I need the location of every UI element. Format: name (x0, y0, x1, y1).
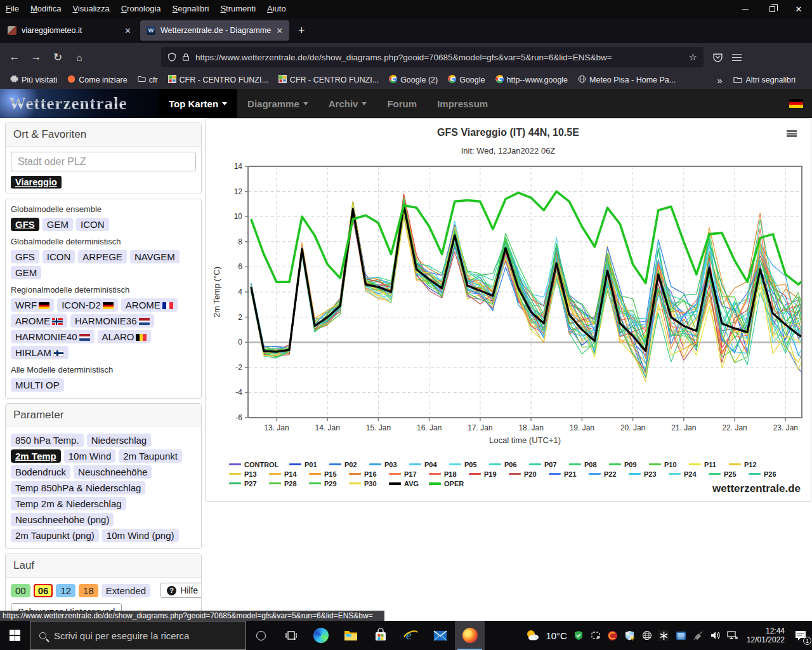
city-search-input[interactable] (11, 152, 196, 171)
other-bookmarks-folder[interactable]: Altri segnalibri (728, 76, 801, 84)
parameter-button-10m-wind-png-[interactable]: 10m Wind (png) (102, 529, 179, 542)
model-button-gem[interactable]: GEM (43, 218, 73, 231)
tray-temperature[interactable]: 10°C (546, 630, 567, 641)
legend-item-p27[interactable]: P27 (229, 479, 269, 488)
cortana-button[interactable] (246, 621, 276, 650)
bookmark-item[interactable]: http--www.google (490, 75, 573, 85)
menu-cronologia[interactable]: Cronologia (115, 0, 167, 18)
legend-item-p26[interactable]: P26 (749, 469, 789, 479)
legend-item-p22[interactable]: P22 (589, 469, 629, 479)
network-status-icon[interactable] (727, 630, 738, 641)
edge-button[interactable] (306, 621, 336, 650)
minimize-button[interactable] (732, 0, 759, 18)
menu-aiuto[interactable]: Aiuto (261, 0, 292, 18)
model-button-hirlam[interactable]: HIRLAM (11, 346, 69, 359)
menu-visualizza[interactable]: Visualizza (67, 0, 115, 18)
model-button-arpege[interactable]: ARPEGE (78, 250, 127, 263)
firefox-button[interactable] (455, 621, 485, 650)
ccleaner-icon[interactable] (607, 630, 619, 641)
url-text[interactable]: https://www.wetterzentrale.de/de/show_di… (195, 53, 684, 62)
url-bar[interactable]: https://www.wetterzentrale.de/de/show_di… (161, 47, 704, 67)
globe-network-icon[interactable] (641, 630, 653, 641)
bookmark-item[interactable]: CFR - CENTRO FUNZI... (273, 75, 384, 85)
parameter-button-bodendruck[interactable]: Bodendruck (11, 465, 70, 479)
internet-explorer-button[interactable]: e (395, 621, 425, 650)
model-button-icon[interactable]: ICON (76, 218, 109, 231)
bookmark-star-icon[interactable]: ☆ (689, 51, 697, 63)
legend-item-control[interactable]: CONTROL (229, 460, 289, 469)
mail-button[interactable] (425, 621, 455, 650)
model-button-wrf[interactable]: WRF (11, 298, 54, 312)
legend-item-p25[interactable]: P25 (709, 469, 749, 479)
legend-item-p04[interactable]: P04 (409, 460, 449, 469)
parameter-button-neuschneeh-he[interactable]: Neuschneehöhe (74, 465, 152, 479)
site-nav-diagramme[interactable]: Diagramme (237, 89, 318, 118)
legend-item-p07[interactable]: P07 (529, 460, 569, 469)
legend-item-p12[interactable]: P12 (729, 460, 769, 469)
menu-file[interactable]: File (0, 0, 25, 18)
run-button-06[interactable]: 06 (34, 584, 53, 597)
parameter-button-10m-wind[interactable]: 10m Wind (64, 449, 116, 463)
restore-button[interactable] (759, 0, 785, 18)
site-nav-impressum[interactable]: Impressum (427, 89, 498, 118)
model-button-navgem[interactable]: NAVGEM (130, 250, 180, 263)
new-tab-button[interactable]: + (291, 24, 313, 37)
model-button-arome[interactable]: AROME (11, 314, 67, 328)
parameter-button-2m-taupunkt-png-[interactable]: 2m Taupunkt (png) (11, 529, 99, 542)
legend-item-p01[interactable]: P01 (289, 460, 329, 469)
tracking-shield-icon[interactable] (167, 53, 176, 62)
site-nav-top-karten[interactable]: Top Karten (159, 89, 237, 118)
legend-item-p08[interactable]: P08 (569, 460, 609, 469)
antivirus-shield-icon[interactable] (573, 630, 584, 641)
run-button-12[interactable]: 12 (56, 584, 75, 597)
menu-segnalibri[interactable]: Segnalibri (167, 0, 215, 18)
legend-item-p02[interactable]: P02 (329, 460, 369, 469)
favorite-location-chip[interactable]: Viareggio (11, 176, 62, 189)
model-button-gfs[interactable]: GFS (11, 218, 39, 231)
bookmarks-overflow-icon[interactable]: » (717, 75, 722, 86)
volume-icon[interactable] (710, 630, 721, 641)
run-button-00[interactable]: 00 (11, 584, 30, 597)
parameter-button-niederschlag[interactable]: Niederschlag (87, 434, 152, 447)
model-button-harmonie36[interactable]: HARMONIE36 (70, 314, 154, 328)
bookmark-item[interactable]: Google (2) (384, 75, 443, 85)
parameter-button-2m-taupunkt[interactable]: 2m Taupunkt (119, 449, 182, 463)
legend-item-p18[interactable]: P18 (429, 469, 469, 479)
remote-desktop-icon[interactable] (676, 630, 687, 641)
model-button-alaro[interactable]: ALARO (98, 330, 152, 343)
app-menu-icon[interactable] (732, 54, 742, 61)
bookmark-item[interactable]: Come iniziare (62, 75, 132, 85)
legend-item-p30[interactable]: P30 (349, 479, 389, 488)
browser-tab[interactable]: viareggiometeo.it✕ (1, 20, 138, 41)
site-logo[interactable]: Wetterzentrale (0, 89, 159, 118)
site-nav-archiv[interactable]: Archiv (318, 89, 377, 118)
reload-button[interactable]: ↻ (47, 51, 69, 64)
legend-item-p05[interactable]: P05 (449, 460, 489, 469)
model-button-harmonie40[interactable]: HARMONIE40 (11, 330, 95, 343)
model-button-gem[interactable]: GEM (11, 266, 41, 279)
legend-item-p23[interactable]: P23 (629, 469, 669, 479)
legend-item-p09[interactable]: P09 (609, 460, 649, 469)
legend-item-p17[interactable]: P17 (389, 469, 429, 479)
disconnected-device-icon[interactable] (693, 630, 704, 641)
legend-item-p13[interactable]: P13 (229, 469, 269, 479)
legend-item-p14[interactable]: P14 (269, 469, 309, 479)
store-button[interactable] (365, 621, 395, 650)
legend-item-p21[interactable]: P21 (549, 469, 589, 479)
legend-item-p29[interactable]: P29 (309, 479, 349, 488)
taskbar-clock[interactable]: 12:44 12/01/2022 (747, 627, 785, 644)
pinwheel-icon[interactable] (658, 630, 670, 641)
help-button[interactable]: ?Hilfe (160, 583, 202, 598)
tab-close-icon[interactable]: ✕ (124, 26, 131, 36)
legend-item-p06[interactable]: P06 (489, 460, 529, 469)
run-button-18[interactable]: 18 (79, 584, 98, 597)
lock-icon[interactable] (181, 53, 190, 62)
legend-item-avg[interactable]: AVG (389, 479, 429, 488)
browser-tab[interactable]: WWetterzentrale.de - Diagramme✕ (140, 20, 289, 41)
defender-shield-icon[interactable] (624, 630, 636, 641)
menu-strumenti[interactable]: Strumenti (214, 0, 261, 18)
start-button[interactable] (0, 621, 30, 650)
model-button-icon[interactable]: ICON (43, 250, 75, 263)
bookmark-item[interactable]: CFR - CENTRO FUNZI... (163, 75, 273, 85)
taskbar-search-box[interactable]: Scrivi qui per eseguire la ricerca (30, 621, 246, 650)
